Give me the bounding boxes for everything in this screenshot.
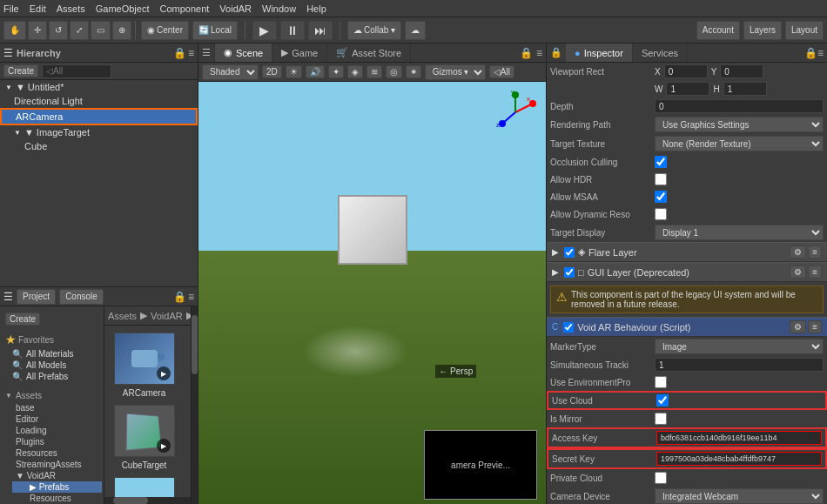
flare-layer-checkbox[interactable]: [564, 247, 575, 258]
hand-tool[interactable]: ✋: [3, 21, 26, 40]
menu-assets[interactable]: Assets: [57, 3, 85, 14]
viewport-y[interactable]: [720, 64, 763, 78]
voidar-checkbox[interactable]: [563, 322, 574, 333]
effects-btn[interactable]: ✦: [328, 65, 344, 78]
project-create-btn[interactable]: Create: [5, 312, 40, 326]
flare-layer-header[interactable]: ▶ ◈ Flare Layer ⚙ ≡: [547, 242, 827, 262]
layers-button[interactable]: Layers: [743, 21, 782, 40]
rendering-path-dropdown[interactable]: Use Graphics Settings: [655, 117, 824, 132]
menu-help[interactable]: Help: [306, 3, 326, 14]
all-models-item[interactable]: 🔍 All Models: [2, 360, 102, 371]
cloud-button[interactable]: ☁: [405, 21, 426, 40]
assets-title[interactable]: ▼ Assets: [2, 389, 102, 402]
multi-tool[interactable]: ⊕: [112, 21, 131, 40]
menu-window[interactable]: Window: [262, 3, 296, 14]
hierarchy-item[interactable]: Directional Light: [0, 94, 198, 108]
simultaneous-input[interactable]: [655, 358, 824, 372]
project-vscroll[interactable]: [191, 306, 198, 504]
scale-tool[interactable]: ⤢: [70, 21, 89, 40]
target-display-dropdown[interactable]: Display 1: [655, 225, 824, 240]
shaded-dropdown[interactable]: Shaded: [202, 64, 259, 80]
flare-menu-btn[interactable]: ≡: [808, 245, 822, 259]
hierarchy-menu[interactable]: ≡: [188, 47, 194, 59]
local-button[interactable]: 🔄 Local: [192, 21, 238, 40]
is-mirror-checkbox[interactable]: [655, 413, 667, 425]
project-lock[interactable]: 🔒: [173, 291, 186, 303]
hierarchy-lock[interactable]: 🔒: [173, 47, 186, 59]
flare-settings-btn[interactable]: ⚙: [790, 245, 806, 259]
inspector-lock-icon[interactable]: 🔒: [804, 47, 817, 59]
loading-item[interactable]: Loading: [12, 425, 102, 436]
scene-tab[interactable]: ◉ Scene: [215, 44, 272, 62]
viewport-w[interactable]: [666, 82, 709, 96]
gui-menu-btn[interactable]: ≡: [808, 265, 822, 279]
use-env-checkbox[interactable]: [655, 376, 667, 388]
viewport-h[interactable]: [723, 82, 767, 96]
viewport-x[interactable]: [664, 64, 708, 78]
particles-btn[interactable]: ⁕: [406, 65, 421, 78]
lights-btn[interactable]: ☀: [286, 65, 302, 78]
camera-device-dropdown[interactable]: Integrated Webcam: [655, 488, 824, 504]
gizmos-dropdown[interactable]: Gizmos ▾: [425, 64, 486, 80]
hierarchy-create-btn[interactable]: Create: [3, 64, 38, 77]
inspector-tab[interactable]: ● Inspector: [566, 44, 633, 62]
sound-btn[interactable]: 🔊: [306, 65, 325, 78]
menu-voidar[interactable]: VoidAR: [219, 3, 252, 14]
menu-component[interactable]: Component: [159, 3, 209, 14]
hierarchy-item[interactable]: ▼ ▼ Untitled*: [0, 80, 198, 94]
project-tab[interactable]: Project: [17, 289, 56, 305]
collab-button[interactable]: ☁ Collab ▾: [347, 21, 401, 40]
2d-button[interactable]: 2D: [262, 65, 282, 78]
marker-type-dropdown[interactable]: Image: [655, 339, 824, 354]
prefabs-item[interactable]: ▶ Prefabs: [12, 481, 102, 493]
private-cloud-checkbox[interactable]: [655, 472, 667, 484]
cubetarget-prefab[interactable]: ▶ CubeTarget: [111, 405, 177, 470]
favorites-title[interactable]: ★ Favorites: [2, 331, 102, 348]
depth-input[interactable]: [655, 99, 824, 113]
voidar-item[interactable]: ▼ VoidAR: [12, 470, 102, 481]
voidar-menu-btn[interactable]: ≡: [808, 320, 822, 333]
hierarchy-item[interactable]: ▼ ▼ ImageTarget: [0, 125, 198, 139]
editor-item[interactable]: Editor: [12, 413, 102, 425]
flares-btn[interactable]: ◎: [386, 65, 402, 78]
rect-tool[interactable]: ▭: [91, 21, 111, 40]
voidar-settings-btn[interactable]: ⚙: [790, 320, 806, 333]
plugins-item[interactable]: Plugins: [12, 436, 102, 447]
all-materials-item[interactable]: 🔍 All Materials: [2, 348, 102, 360]
use-cloud-checkbox[interactable]: [656, 394, 669, 407]
resources-item[interactable]: Resources: [12, 447, 102, 459]
play-button[interactable]: ▶: [252, 21, 277, 40]
all-btn[interactable]: ◁All: [489, 65, 514, 78]
pause-button[interactable]: ⏸: [280, 21, 305, 40]
menu-file[interactable]: File: [3, 3, 19, 14]
access-key-input[interactable]: [656, 431, 822, 445]
allow-msaa-checkbox[interactable]: [655, 191, 667, 203]
hierarchy-item[interactable]: Cube: [0, 139, 198, 153]
inspector-menu-icon[interactable]: ≡: [817, 47, 824, 59]
allow-dynamic-checkbox[interactable]: [655, 208, 667, 220]
account-button[interactable]: Account: [696, 21, 740, 40]
game-tab[interactable]: ▶ Game: [272, 44, 327, 62]
secret-key-input[interactable]: [656, 452, 822, 466]
horizontal-scrollbar[interactable]: [104, 497, 191, 504]
gui-layer-header[interactable]: ▶ □ GUI Layer (Deprecated) ⚙ ≡: [547, 262, 827, 282]
allow-hdr-checkbox[interactable]: [655, 173, 667, 185]
arcamera-prefab[interactable]: ▶ ARCamera: [111, 333, 177, 398]
scene-lock-icon[interactable]: 🔒: [520, 47, 533, 59]
hierarchy-search[interactable]: [42, 64, 111, 78]
all-prefabs-item[interactable]: 🔍 All Prefabs: [2, 371, 102, 382]
console-tab[interactable]: Console: [59, 289, 104, 305]
environment-prefab[interactable]: ▶ Environmen...: [111, 477, 177, 497]
voidar-resources-item[interactable]: Resources: [12, 493, 102, 504]
project-menu[interactable]: ≡: [188, 291, 194, 303]
skybox-btn[interactable]: ◈: [347, 65, 363, 78]
center-button[interactable]: ◉ Center: [141, 21, 189, 40]
menu-gameobject[interactable]: GameObject: [96, 3, 150, 14]
scene-menu-icon[interactable]: ≡: [536, 47, 542, 59]
step-button[interactable]: ⏭: [308, 21, 333, 40]
streaming-item[interactable]: StreamingAssets: [12, 459, 102, 470]
breadcrumb-assets[interactable]: Assets: [108, 311, 137, 321]
asset-store-tab[interactable]: 🛒 Asset Store: [327, 44, 411, 62]
gui-layer-checkbox[interactable]: [564, 267, 575, 278]
move-tool[interactable]: ✛: [28, 21, 47, 40]
